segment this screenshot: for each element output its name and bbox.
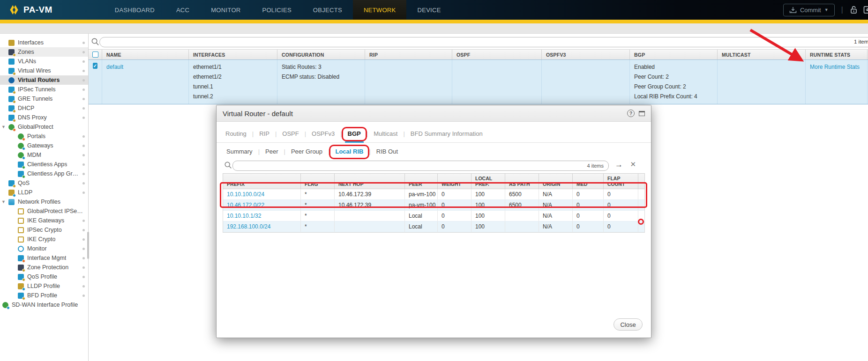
rib-col-origin[interactable]: ORIGIN: [539, 174, 573, 189]
rib-col-as-path[interactable]: AS PATH: [505, 174, 539, 189]
table-row[interactable]: ✓defaultethernet1/1ethernet1/2tunnel.1tu…: [89, 60, 868, 104]
sidebar-item-gre-tunnels[interactable]: GRE Tunnels: [0, 94, 88, 103]
sidebar-item-gateways[interactable]: Gateways: [0, 141, 88, 150]
sidebar-item-globalprotect-ipsec-crypto[interactable]: GlobalProtect IPSec Crypto: [0, 206, 88, 216]
sidebar-item-globalprotect[interactable]: ▼GlobalProtect: [0, 122, 88, 132]
nav-tab-monitor[interactable]: MONITOR: [200, 0, 251, 20]
sidebar-item-vlans[interactable]: VLANs: [0, 57, 88, 66]
sidebar-item-zones[interactable]: Zones: [0, 47, 88, 57]
dialog-search-input[interactable]: 4 items: [232, 161, 609, 171]
apply-filter-icon[interactable]: →: [615, 160, 623, 169]
clear-filter-icon[interactable]: ✕: [630, 160, 636, 169]
sidebar-item-qos[interactable]: QoS: [0, 178, 88, 188]
column-header-configuration[interactable]: CONFIGURATION: [277, 50, 365, 59]
dialog-subtab-summary[interactable]: Summary: [225, 148, 254, 155]
chevron-down-icon[interactable]: ▼: [1, 199, 6, 204]
dialog-tab-bgp[interactable]: BGP: [346, 130, 362, 137]
column-header-rip[interactable]: RIP: [365, 50, 452, 59]
nav-tab-policies[interactable]: POLICIES: [251, 0, 302, 20]
column-header-name[interactable]: NAME: [102, 50, 189, 59]
nav-tab-objects[interactable]: OBJECTS: [302, 0, 353, 20]
dialog-tab-routing[interactable]: Routing: [224, 130, 248, 137]
select-all-checkbox[interactable]: [89, 50, 102, 59]
search-input[interactable]: [99, 37, 868, 47]
dialog-subtab-peer-group[interactable]: Peer Group: [290, 148, 324, 155]
sidebar-item-interface-mgmt[interactable]: Interface Mgmt: [0, 253, 88, 263]
nav-tab-network[interactable]: NETWORK: [353, 0, 407, 20]
help-icon[interactable]: ?: [627, 110, 635, 117]
sidebar-item-lldp-profile[interactable]: LLDP Profile: [0, 281, 88, 291]
rib-row[interactable]: 10.46.172.0/22*10.46.172.39pa-vm-1000100…: [223, 200, 644, 211]
row-checkbox[interactable]: ✓: [89, 60, 102, 104]
column-header-bgp[interactable]: BGP: [630, 50, 718, 59]
sidebar-item-virtual-wires[interactable]: Virtual Wires: [0, 66, 88, 75]
sidebar-item-ike-crypto[interactable]: IKE Crypto: [0, 235, 88, 244]
rib-col-weight[interactable]: WEIGHT: [438, 174, 471, 189]
rib-col-local-pref[interactable]: LOCAL PREF.: [471, 174, 505, 189]
prefix-link[interactable]: 10.10.10.1/32: [227, 213, 261, 219]
sidebar-item-mdm[interactable]: MDM: [0, 150, 88, 160]
rib-row[interactable]: 192.168.100.0/24*Local0100N/A00: [223, 221, 644, 232]
close-button[interactable]: Close: [614, 318, 643, 331]
rib-col-next-hop[interactable]: NEXT HOP: [335, 174, 405, 189]
rib-col-med[interactable]: MED: [573, 174, 604, 189]
rib-col-peer[interactable]: PEER: [405, 174, 438, 189]
cell-line: ECMP status: Disabled: [282, 72, 360, 82]
column-header-ospfv3[interactable]: OSPFV3: [542, 50, 630, 59]
sidebar-item-sd-wan-interface-profile[interactable]: SD-WAN Interface Profile: [0, 300, 88, 309]
sidebar-item-ipsec-crypto[interactable]: IPSec Crypto: [0, 225, 88, 235]
dialog-tab-multicast[interactable]: Multicast: [372, 130, 399, 137]
rib-cell: *: [301, 189, 335, 199]
restore-window-icon[interactable]: [639, 111, 645, 116]
cell-line: Static Routes: 3: [282, 62, 360, 72]
dialog-subtab-local-rib[interactable]: Local RIB: [334, 148, 365, 155]
sidebar-item-lldp[interactable]: LLDP: [0, 188, 88, 197]
chevron-down-icon[interactable]: ▼: [1, 125, 6, 129]
commit-button[interactable]: Commit ▼: [783, 4, 835, 16]
prefix-link[interactable]: 10.46.172.0/22: [227, 202, 264, 208]
sidebar-item-interfaces[interactable]: Interfaces: [0, 38, 88, 47]
sidebar-scrollbar-handle[interactable]: [87, 232, 89, 259]
sidebar-item-dhcp[interactable]: DHCP: [0, 103, 88, 113]
dialog-tab-rip[interactable]: RIP: [258, 130, 271, 137]
sidebar-item-qos-profile[interactable]: QoS Profile: [0, 272, 88, 281]
column-header-multicast[interactable]: MULTICAST: [718, 50, 806, 59]
column-header-runtime-stats[interactable]: RUNTIME STATS: [806, 50, 868, 59]
dialog-tab-ospfv3[interactable]: OSPFv3: [310, 130, 336, 137]
nav-tab-acc[interactable]: ACC: [165, 0, 200, 20]
sidebar-item-ike-gateways[interactable]: IKE Gateways: [0, 216, 88, 225]
nav-tab-device[interactable]: DEVICE: [406, 0, 451, 20]
sidebar-item-clientless-app-groups[interactable]: Clientless App Groups: [0, 169, 88, 178]
subtab-separator: |: [258, 148, 260, 155]
prefix-link[interactable]: 10.10.100.0/24: [227, 191, 264, 198]
more-runtime-stats-link[interactable]: More Runtime Stats: [810, 64, 860, 70]
dialog-tab-ospf[interactable]: OSPF: [281, 130, 300, 137]
rib-col-flap-count[interactable]: FLAP COUNT: [604, 174, 638, 189]
dialog-tab-bfd-summary-information[interactable]: BFD Summary Information: [409, 130, 484, 137]
sidebar-item-monitor[interactable]: Monitor: [0, 244, 88, 253]
rib-col-flag[interactable]: FLAG: [301, 174, 335, 189]
sidebar-item-virtual-routers[interactable]: Virtual Routers: [0, 75, 88, 85]
sidebar-item-portals[interactable]: Portals: [0, 132, 88, 141]
cell-multicast: [718, 60, 806, 104]
unlock-icon[interactable]: [850, 6, 858, 14]
rib-row[interactable]: 10.10.10.1/32*Local0100N/A00: [223, 211, 644, 221]
sidebar-item-bfd-profile[interactable]: BFD Profile: [0, 291, 88, 300]
sidebar-item-ipsec-tunnels[interactable]: IPSec Tunnels: [0, 85, 88, 94]
save-config-icon[interactable]: [863, 6, 868, 14]
column-header-interfaces[interactable]: INTERFACES: [189, 50, 277, 59]
rib-row[interactable]: 10.10.100.0/24*10.46.172.39pa-vm-1000100…: [223, 189, 644, 200]
sidebar-item-clientless-apps[interactable]: Clientless Apps: [0, 160, 88, 169]
sidebar-item-label: Virtual Wires: [18, 67, 51, 74]
prefix-link[interactable]: 192.168.100.0/24: [227, 223, 270, 230]
rib-col-prefix[interactable]: PREFIX: [223, 174, 301, 189]
nav-tab-dashboard[interactable]: DASHBOARD: [104, 0, 165, 20]
lldp-icon: [8, 190, 15, 196]
dialog-subtab-peer[interactable]: Peer: [264, 148, 279, 155]
column-header-ospf[interactable]: OSPF: [452, 50, 542, 59]
sidebar-item-dns-proxy[interactable]: DNS Proxy: [0, 113, 88, 122]
sidebar-item-network-profiles[interactable]: ▼Network Profiles: [0, 197, 88, 206]
sidebar-item-zone-protection[interactable]: Zone Protection: [0, 263, 88, 272]
vr-name-link[interactable]: default: [106, 64, 123, 70]
dialog-subtab-rib-out[interactable]: RIB Out: [375, 148, 399, 155]
